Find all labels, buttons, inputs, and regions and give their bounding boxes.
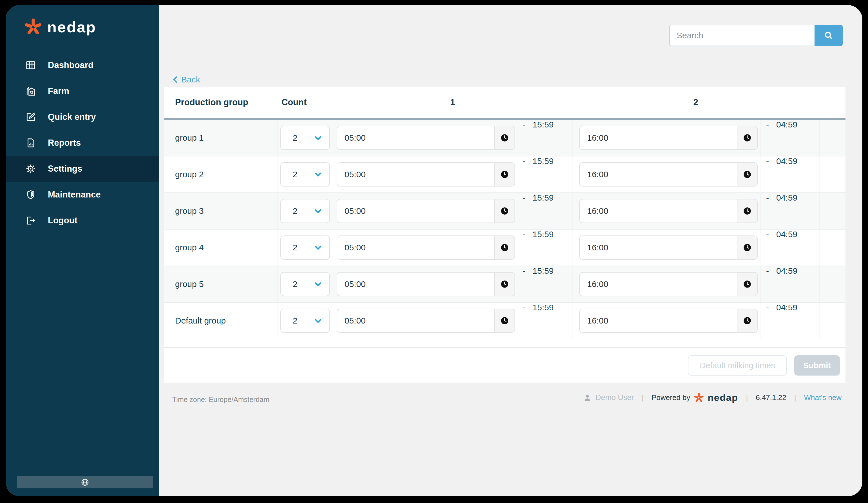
sidebar-item-maintenance[interactable]: Maintenance <box>6 182 159 208</box>
dash: - <box>766 230 769 239</box>
chevron-down-icon <box>314 170 322 178</box>
end-time-1: -15:59 <box>517 193 572 229</box>
column-header-count: Count <box>277 97 333 107</box>
start-time-input-2[interactable] <box>580 273 737 296</box>
table-row: group 2 2 -15:59 -04:59 <box>164 156 846 193</box>
start-time-input-2[interactable] <box>580 163 737 186</box>
dash: - <box>523 303 525 312</box>
chevron-down-icon <box>314 244 322 251</box>
count-select[interactable]: 2 <box>280 162 330 187</box>
sidebar-item-quick-entry[interactable]: Quick entry <box>6 104 159 130</box>
start-time-input-2[interactable] <box>580 199 737 222</box>
time-picker-button[interactable] <box>737 236 757 259</box>
clock-icon <box>500 243 509 252</box>
sidebar-item-label: Reports <box>48 138 81 148</box>
count-select[interactable]: 2 <box>280 199 330 223</box>
end-time-2: -04:59 <box>761 266 819 302</box>
footer-separator: | <box>794 393 796 402</box>
brand-wordmark: nedap <box>707 392 738 403</box>
start-time-input-1[interactable] <box>337 199 494 222</box>
end-time-value: 04:59 <box>776 120 797 129</box>
time-picker-button[interactable] <box>737 199 757 222</box>
clock-icon <box>500 279 509 289</box>
sidebar: nedap Dashboard <box>6 5 159 496</box>
start-time-input-2[interactable] <box>580 126 737 149</box>
clock-icon <box>743 170 752 179</box>
time-picker-button[interactable] <box>737 273 757 296</box>
start-time-input-2[interactable] <box>580 236 737 259</box>
count-select[interactable]: 2 <box>280 308 330 333</box>
count-value: 2 <box>293 316 298 325</box>
end-time-2: -04:59 <box>761 230 819 265</box>
time-picker-button[interactable] <box>494 273 515 296</box>
end-time-value: 15:59 <box>533 266 554 276</box>
start-time-input-1[interactable] <box>337 236 494 259</box>
start-time-input-1[interactable] <box>337 273 494 296</box>
time-picker-button[interactable] <box>737 163 757 186</box>
end-time-value: 04:59 <box>776 230 797 239</box>
sidebar-item-logout[interactable]: Logout <box>6 208 159 233</box>
group-name: group 1 <box>164 120 277 156</box>
start-time-input-1[interactable] <box>337 309 494 332</box>
column-header-production-group: Production group <box>164 97 277 107</box>
language-selector-button[interactable] <box>17 476 153 489</box>
table-row: group 5 2 -15:59 -04:59 <box>164 266 846 303</box>
time-picker-button[interactable] <box>494 199 515 222</box>
count-select[interactable]: 2 <box>280 126 330 150</box>
sidebar-item-reports[interactable]: Reports <box>6 130 159 156</box>
whats-new-link[interactable]: What's new <box>804 393 841 402</box>
sidebar-nav: Dashboard Farm Quick entry <box>6 52 159 233</box>
current-user: Demo User <box>583 393 634 402</box>
end-time-1: -15:59 <box>517 303 572 339</box>
time-picker-button[interactable] <box>494 309 515 332</box>
nedap-logo[interactable]: nedap <box>6 5 159 35</box>
powered-by: Powered by nedap <box>652 392 738 403</box>
dash: - <box>523 156 525 166</box>
sidebar-item-farm[interactable]: Farm <box>6 78 159 104</box>
dash: - <box>523 230 525 239</box>
submit-button[interactable]: Submit <box>794 355 840 376</box>
time-picker-button[interactable] <box>494 126 515 149</box>
group-name: Default group <box>164 303 277 339</box>
globe-icon <box>81 478 89 486</box>
time-picker-button[interactable] <box>494 236 515 259</box>
end-time-1: -15:59 <box>517 156 572 192</box>
clock-icon <box>500 316 509 325</box>
count-select[interactable]: 2 <box>280 272 330 296</box>
chevron-down-icon <box>314 207 322 215</box>
back-link[interactable]: Back <box>172 75 200 84</box>
start-time-input-2[interactable] <box>580 309 737 332</box>
time-picker-button[interactable] <box>494 163 515 186</box>
count-value: 2 <box>293 279 298 289</box>
dashboard-grid-icon <box>25 60 36 71</box>
edit-icon <box>25 112 36 122</box>
count-select[interactable]: 2 <box>280 235 330 260</box>
start-time-input-1[interactable] <box>337 163 494 186</box>
clock-icon <box>743 133 752 143</box>
dash: - <box>766 120 769 129</box>
end-time-value: 15:59 <box>533 193 554 202</box>
chevron-down-icon <box>314 280 322 288</box>
sidebar-item-dashboard[interactable]: Dashboard <box>6 52 159 78</box>
search-button[interactable] <box>815 25 843 46</box>
search-input[interactable] <box>669 25 815 46</box>
user-icon <box>583 394 592 402</box>
column-header-period-2: 2 <box>572 97 819 107</box>
end-time-value: 04:59 <box>776 303 797 312</box>
footer-separator: | <box>642 393 644 402</box>
table-row: group 3 2 -15:59 -04:59 <box>164 193 846 230</box>
start-time-input-1[interactable] <box>337 126 494 149</box>
gear-icon <box>25 164 36 174</box>
logo-wordmark: nedap <box>47 19 96 35</box>
user-name: Demo User <box>596 393 634 402</box>
sidebar-item-settings[interactable]: Settings <box>6 156 159 182</box>
dash: - <box>766 303 769 312</box>
chevron-down-icon <box>314 317 322 325</box>
time-picker-button[interactable] <box>737 126 757 149</box>
time-picker-button[interactable] <box>737 309 757 332</box>
version-label: 6.47.1.22 <box>756 393 786 402</box>
chevron-left-icon <box>172 76 178 84</box>
default-milking-times-button[interactable]: Default milking times <box>688 355 787 376</box>
dash: - <box>766 193 769 202</box>
application-frame: nedap Dashboard <box>6 5 862 496</box>
